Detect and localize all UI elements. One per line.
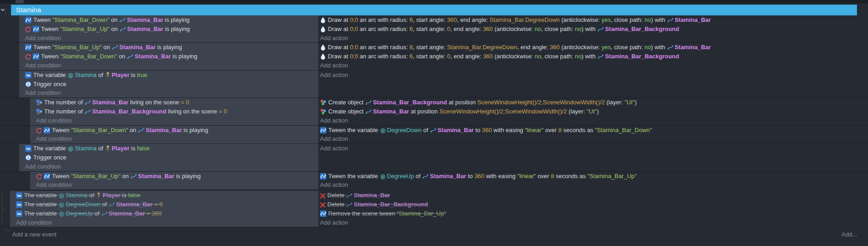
text-segment: (layer:: [605, 99, 625, 106]
add-condition-button[interactable]: Add condition: [30, 180, 318, 190]
condition-row[interactable]: x?The number of Stamina_Bar living on th…: [30, 98, 318, 107]
condition-row[interactable]: Tween "Stamina_Bar_Down" on Stamina_Bar …: [19, 52, 318, 61]
svg-text:Var: Var: [26, 147, 31, 150]
text-segment: Stamina_Bar_Background: [92, 108, 166, 115]
text-segment: no: [535, 26, 541, 32]
text-segment: Draw at: [328, 53, 350, 60]
text-segment: of: [422, 127, 430, 133]
add-condition-button[interactable]: Add condition: [30, 116, 318, 125]
row-text: The variable Stamina of Player is false: [24, 192, 140, 199]
object-icon: [346, 201, 352, 210]
text-segment: Player: [112, 72, 129, 78]
text-segment: Stamina_Bar: [116, 201, 152, 208]
condition-row[interactable]: x?The number of Stamina_Bar_Background l…: [30, 107, 318, 116]
text-segment: yes: [602, 44, 611, 51]
action-row[interactable]: Draw at 0;0 an arc with radius: 6, start…: [320, 52, 711, 61]
tree-guide-line: [5, 230, 10, 231]
action-row[interactable]: Delete Stamina_Bar_Background: [320, 200, 446, 209]
add-action-button[interactable]: Add action: [320, 34, 711, 43]
text-segment: living on the scene: [166, 108, 219, 115]
action-row[interactable]: Draw at 0;0 an arc with radius: 6, start…: [320, 43, 711, 52]
text-segment: Tween: [33, 16, 52, 23]
row-text: Tween the variable DegreeUp of Stamina_B…: [328, 173, 637, 179]
events-container: Tween "Stamina_Bar_Down" on Stamina_Bar …: [0, 15, 868, 227]
group-header[interactable]: Stamina: [11, 5, 857, 15]
action-row[interactable]: Create object Stamina_Bar_Background at …: [320, 98, 637, 107]
conditions-panel: VarThe variable Stamina of Player is tru…: [19, 71, 318, 97]
action-row[interactable]: Create object Stamina_Bar at position Sc…: [320, 107, 637, 116]
condition-row[interactable]: VarThe variable Stamina of Player is fal…: [19, 144, 318, 153]
text-segment: false: [137, 145, 150, 152]
add-new-event-button[interactable]: Add a new event: [12, 231, 57, 238]
condition-row[interactable]: Tween "Stamina_Bar_Up" on Stamina_Bar is…: [19, 25, 318, 34]
object-icon: [138, 127, 144, 136]
add-action-button[interactable]: Add action: [320, 144, 348, 153]
text-segment: , start angle:: [413, 44, 447, 51]
add-action-button[interactable]: Add action: [320, 61, 711, 70]
text-segment: , end angle:: [450, 53, 483, 60]
text-segment: Tween: [41, 26, 60, 32]
add-condition-button[interactable]: Add condition: [10, 218, 318, 227]
add-action-button[interactable]: Add action: [320, 71, 348, 80]
add-action-button[interactable]: Add action: [320, 180, 637, 190]
condition-row[interactable]: 1Trigger once: [19, 153, 318, 162]
group-collapse-chevron-icon[interactable]: [0, 6, 5, 13]
condition-row[interactable]: VarThe variable DegreeUp of Stamina_Bar …: [10, 209, 318, 218]
svg-text:Var: Var: [17, 194, 22, 197]
text-segment: = 0: [219, 108, 227, 115]
event: Tween "Stamina_Bar_Up" on Stamina_Bar is…: [0, 43, 868, 70]
condition-row[interactable]: VarThe variable DegreeDown of Stamina_Ba…: [10, 200, 318, 209]
add-condition-button[interactable]: Add condition: [30, 134, 318, 144]
text-segment: Draw at: [328, 16, 350, 23]
actions-panel: Add action: [320, 144, 348, 153]
action-row[interactable]: Draw at 0;0 an arc with radius: 6, start…: [320, 15, 711, 25]
row-text: Delete Stamina_Bar: [327, 192, 390, 199]
condition-row[interactable]: VarThe variable Stamina of Player is fal…: [10, 191, 318, 200]
text-segment: Draw at: [328, 26, 350, 32]
text-segment: no: [575, 26, 581, 32]
text-segment: is: [129, 145, 137, 152]
action-row[interactable]: Draw at 0;0 an arc with radius: 6, start…: [320, 25, 711, 34]
add-action-button[interactable]: Add action: [320, 218, 446, 227]
text-segment: yes: [602, 16, 611, 23]
text-segment: Tween: [41, 53, 60, 60]
row-text: Trigger once: [33, 154, 67, 161]
text-segment: = 360: [147, 210, 162, 217]
row-text: Draw at 0;0 an arc with radius: 6, start…: [328, 26, 679, 32]
text-segment: 360: [550, 44, 560, 51]
action-row[interactable]: Delete Stamina_Bar: [320, 191, 446, 200]
add-condition-button[interactable]: Add condition: [19, 88, 318, 97]
text-segment: Stamina_Bar: [430, 173, 466, 179]
action-row[interactable]: Tween the variable DegreeDown of Stamina…: [320, 126, 652, 135]
object-icon: [366, 108, 372, 118]
add-button[interactable]: Add...: [842, 231, 857, 238]
add-condition-button[interactable]: Add condition: [19, 34, 318, 43]
action-row[interactable]: Remove the scene tween "Stamina_Bar_Up": [320, 209, 446, 218]
text-segment: an arc with radius:: [358, 44, 409, 51]
text-segment: with easing: [484, 173, 517, 179]
row-text: The variable Stamina of Player is true: [33, 72, 147, 78]
condition-row[interactable]: 1Trigger once: [19, 80, 318, 89]
row-text: Tween "Stamina_Bar_Up" on Stamina_Bar is…: [41, 26, 190, 32]
condition-row[interactable]: Tween "Stamina_Bar_Up" on Stamina_Bar is…: [19, 43, 318, 52]
add-action-button[interactable]: Add action: [320, 134, 652, 144]
condition-row[interactable]: Tween "Stamina_Bar_Down" on Stamina_Bar …: [19, 15, 318, 25]
conditions-panel: x?The number of Stamina_Bar living on th…: [30, 98, 318, 125]
text-segment: "linear": [517, 173, 536, 179]
row-text: The number of Stamina_Bar living on the …: [44, 99, 189, 106]
condition-row[interactable]: Tween "Stamina_Bar_Down" on Stamina_Bar …: [30, 126, 318, 135]
condition-row[interactable]: Tween "Stamina_Bar_Up" on Stamina_Bar is…: [30, 172, 318, 181]
text-segment: Stamina_Bar: [373, 108, 409, 115]
add-condition-button[interactable]: Add condition: [19, 61, 318, 70]
text-segment: 0: [447, 53, 450, 60]
text-segment: The number of: [44, 108, 84, 115]
text-segment: , close path:: [611, 44, 645, 51]
text-segment: Stamina: [75, 72, 97, 78]
action-row[interactable]: Tween the variable DegreeUp of Stamina_B…: [320, 172, 637, 181]
scrollbar-thumb[interactable]: [16, 0, 24, 3]
add-condition-button[interactable]: Add condition: [19, 162, 318, 171]
text-segment: "UI": [587, 108, 597, 115]
text-segment: Stamina_Bar.DegreeDown: [447, 44, 517, 51]
text-segment: seconds as: [562, 127, 595, 133]
condition-row[interactable]: VarThe variable Stamina of Player is tru…: [19, 71, 318, 80]
